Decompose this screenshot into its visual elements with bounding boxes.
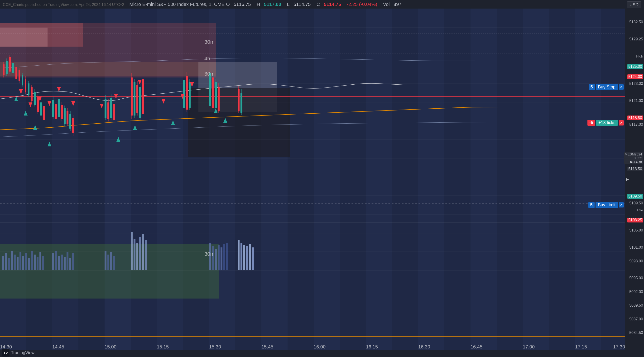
open-label: O [226,2,230,7]
svg-rect-188 [212,246,214,270]
svg-rect-163 [28,258,30,270]
svg-rect-159 [17,257,18,270]
svg-rect-168 [42,256,44,270]
svg-rect-167 [40,252,41,270]
position-qty: -5 [588,120,595,126]
svg-rect-18 [418,8,444,350]
svg-rect-172 [61,254,63,270]
position-ticks: +13 ticks [596,120,618,126]
price-5132: 5132.50 [629,20,643,24]
svg-text:15:30: 15:30 [209,344,221,350]
chart-container: 30m 4h 30m 30m 14:30 14:45 15:00 15:15 1… [0,8,625,350]
svg-rect-198 [249,244,251,270]
price-5095: 5095.00 [629,276,643,280]
tv-logo-icon: TV [2,349,10,356]
svg-rect-177 [104,251,106,270]
svg-rect-22 [523,8,549,350]
svg-text:16:15: 16:15 [366,344,378,350]
svg-rect-199 [252,248,254,270]
svg-rect-156 [8,258,10,270]
buy-limit-qty: 5 [588,202,594,208]
svg-rect-184 [139,237,141,270]
svg-text:14:45: 14:45 [52,344,64,350]
close-value: 5114.75 [324,2,341,7]
svg-text:TV: TV [4,351,8,355]
low-label-axis: Low [637,208,643,212]
svg-text:15:00: 15:00 [104,344,116,350]
svg-rect-31 [0,62,216,76]
svg-rect-24 [575,8,601,350]
price-5109-50: 5109.50 [629,201,643,205]
currency-badge: USD [627,2,641,8]
svg-rect-20 [470,8,497,350]
buy-limit-close-button[interactable]: × [619,202,624,208]
open-value: 5116.75 [234,2,251,7]
expand-arrow-icon[interactable]: ▶ [626,176,629,182]
vol-value: 897 [394,2,401,7]
price-5118-50-red: 5118.50 [627,116,643,120]
svg-rect-193 [226,243,228,270]
svg-rect-161 [22,256,24,270]
svg-rect-154 [2,256,4,270]
svg-text:30m: 30m [204,251,214,257]
svg-text:17:30: 17:30 [613,344,625,350]
low-label: L [287,2,290,7]
svg-rect-189 [215,248,217,270]
svg-rect-166 [36,257,38,270]
position-close-button[interactable]: × [619,120,624,126]
change-value: -2.25 (-0.04%) [347,2,377,7]
price-5089-50: 5089.50 [629,303,643,308]
price-5125: 5125.00 [627,64,643,69]
buy-stop-close-button[interactable]: × [619,84,624,90]
price-5108-25: 5108.25 [627,218,643,222]
close-label: C [316,2,320,7]
svg-rect-165 [34,254,36,270]
high-label-axis: High [636,54,643,58]
svg-rect-178 [108,254,109,270]
svg-text:4h: 4h [204,56,210,62]
price-5087: 5087.00 [629,317,643,321]
buy-limit-order[interactable]: 5 Buy Limit × [588,202,624,208]
instrument-name: Micro E-mini S&P 500 Index Futures, 1, C… [129,2,224,7]
high-value: 5117.00 [264,2,281,7]
svg-rect-196 [243,245,245,270]
svg-text:30m: 30m [204,71,214,77]
svg-rect-179 [110,252,112,270]
svg-rect-171 [58,256,60,270]
svg-rect-183 [136,243,138,270]
price-5101: 5101.00 [629,245,643,250]
svg-rect-186 [145,240,147,270]
svg-rect-173 [64,257,66,270]
svg-rect-195 [240,243,242,270]
buy-stop-order[interactable]: 5 Buy Stop × [589,84,624,90]
tradingview-text: TradingView [11,350,34,355]
svg-rect-19 [444,8,470,350]
high-label: H [257,2,260,7]
low-value: 5114.75 [294,2,310,7]
position-order[interactable]: -5 +13 ticks × [588,120,624,126]
price-5123: 5123.00 [629,82,643,86]
svg-text:16:00: 16:00 [314,344,326,350]
tradingview-logo: TV TradingView [2,349,34,356]
price-5129: 5129.25 [629,37,643,41]
price-5113-50: 5113.50 [627,166,643,171]
svg-rect-164 [31,251,33,270]
svg-rect-158 [14,254,16,270]
price-5117: 5117.00 [629,122,643,127]
svg-rect-175 [70,258,71,270]
svg-rect-15 [340,8,366,350]
svg-rect-194 [238,240,240,270]
svg-rect-176 [72,253,74,270]
svg-text:15:45: 15:45 [262,344,273,350]
price-5105: 5105.00 [629,228,643,232]
svg-rect-28 [0,28,48,46]
svg-rect-197 [246,246,248,270]
svg-rect-170 [55,251,57,270]
buy-limit-type: Buy Limit [596,202,618,208]
svg-text:15:15: 15:15 [157,344,169,350]
svg-rect-21 [497,8,523,350]
price-axis: 5132.50 5129.25 High 5125.00 5124.00 512… [625,8,644,350]
buy-stop-qty: 5 [589,84,595,90]
mes-symbol: MESM2024 00:52 5114.75 [624,152,643,164]
svg-rect-155 [5,253,7,270]
